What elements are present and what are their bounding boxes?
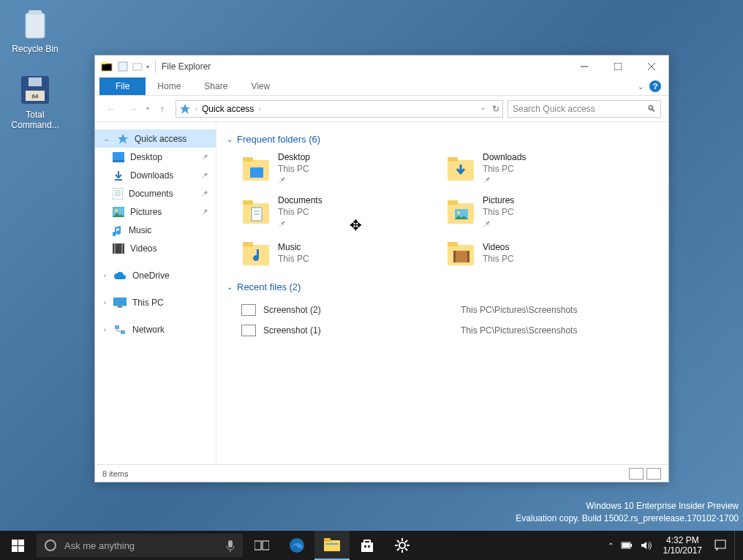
pin-icon: 📌︎ [483, 219, 514, 229]
taskbar-search[interactable]: Ask me anything [37, 534, 243, 557]
titlebar[interactable]: ▾ File Explorer [95, 56, 668, 77]
svg-rect-1 [29, 10, 42, 15]
folder-icon [446, 239, 475, 268]
svg-line-73 [397, 540, 399, 542]
history-dropdown-icon[interactable]: ▾ [146, 105, 149, 112]
chevron-right-icon[interactable]: › [195, 105, 197, 113]
nav-this-pc[interactable]: ›This PC [95, 293, 216, 311]
chevron-down-icon: ⌄ [227, 135, 233, 143]
folder-icon [101, 61, 113, 72]
navigation-pane[interactable]: ⌄ Quick access Desktop📌︎ Downloads📌︎ Doc… [95, 122, 216, 464]
folder-documents[interactable]: DocumentsThis PC📌︎ [241, 195, 431, 228]
breadcrumb-bar[interactable]: › Quick access › ⌄ ↻ [176, 100, 503, 118]
folder-pictures[interactable]: PicturesThis PC📌︎ [446, 195, 636, 228]
breadcrumb-item[interactable]: Quick access [202, 104, 254, 114]
qat-dropdown-icon[interactable]: ▾ [146, 64, 149, 70]
folder-music[interactable]: MusicThis PC [241, 239, 431, 268]
back-button[interactable]: ← [102, 100, 120, 118]
folder-desktop[interactable]: DesktopThis PC📌︎ [241, 152, 431, 185]
tab-file[interactable]: File [99, 77, 146, 95]
chevron-right-icon[interactable]: › [258, 105, 260, 113]
svg-rect-19 [113, 188, 123, 200]
edge-icon [289, 537, 305, 553]
start-button[interactable] [0, 531, 35, 560]
tab-view[interactable]: View [239, 77, 282, 95]
forward-button[interactable]: → [124, 100, 142, 118]
new-folder-icon[interactable] [132, 61, 143, 72]
desktop-icon-total-commander[interactable]: 64 Total Command... [7, 73, 63, 130]
tray-overflow-icon[interactable]: ⌃ [608, 542, 614, 550]
svg-rect-59 [254, 541, 261, 550]
video-icon [113, 243, 124, 254]
nav-quick-access[interactable]: ⌄ Quick access [95, 129, 216, 148]
microphone-icon[interactable] [225, 539, 235, 552]
tab-home[interactable]: Home [146, 77, 192, 95]
large-icons-view-button[interactable] [646, 468, 661, 480]
folder-videos[interactable]: VideosThis PC [446, 239, 636, 268]
group-frequent-folders[interactable]: ⌄ Frequent folders (6) [227, 134, 658, 145]
folder-downloads[interactable]: DownloadsThis PC📌︎ [446, 152, 636, 185]
taskbar-file-explorer[interactable] [314, 531, 350, 560]
quick-access-icon [179, 103, 191, 115]
taskbar-clock[interactable]: 4:32 PM 1/10/2017 [659, 535, 706, 556]
svg-rect-64 [325, 543, 339, 545]
maximize-button[interactable] [601, 56, 635, 77]
taskbar-edge[interactable] [279, 531, 314, 560]
status-bar: 8 items [95, 464, 668, 482]
task-view-button[interactable] [244, 531, 279, 560]
picture-icon [113, 207, 124, 217]
content-pane[interactable]: ⌄ Frequent folders (6) DesktopThis PC📌︎ … [216, 122, 668, 464]
recent-file-item[interactable]: Screenshot (2) This PC\Pictures\Screensh… [241, 300, 658, 320]
search-input[interactable]: Search Quick access 🔍︎ [508, 100, 661, 118]
svg-rect-38 [243, 200, 253, 205]
svg-rect-28 [113, 298, 127, 306]
desktop-icon-label: Recycle Bin [7, 44, 63, 54]
chevron-right-icon[interactable]: › [104, 299, 106, 306]
nav-item-desktop[interactable]: Desktop📌︎ [95, 148, 216, 166]
close-button[interactable] [635, 56, 668, 77]
nav-network[interactable]: ›Network [95, 320, 216, 338]
recent-file-item[interactable]: Screenshot (1) This PC\Pictures\Screensh… [241, 320, 658, 341]
dropdown-icon[interactable]: ⌄ [480, 104, 486, 114]
windows-logo-icon [12, 540, 24, 552]
svg-rect-8 [118, 62, 127, 71]
refresh-icon[interactable]: ↻ [492, 104, 499, 114]
svg-line-75 [397, 548, 399, 550]
chevron-right-icon[interactable]: › [104, 272, 106, 279]
cloud-icon [113, 271, 127, 280]
chevron-down-icon[interactable]: ⌄ [104, 135, 110, 143]
nav-onedrive[interactable]: ›OneDrive [95, 266, 216, 284]
search-icon[interactable]: 🔍︎ [647, 104, 656, 114]
nav-item-documents[interactable]: Documents📌︎ [95, 184, 216, 203]
nav-item-downloads[interactable]: Downloads📌︎ [95, 166, 216, 184]
folder-icon [446, 197, 475, 227]
battery-icon[interactable] [621, 540, 633, 550]
tab-share[interactable]: Share [192, 77, 239, 95]
nav-item-videos[interactable]: Videos [95, 239, 216, 257]
taskbar-store[interactable] [350, 531, 385, 560]
taskbar[interactable]: Ask me anything ⌃ 4:32 PM 1/10/2017 [0, 531, 743, 560]
svg-rect-51 [453, 251, 456, 262]
volume-icon[interactable] [640, 540, 652, 550]
svg-rect-50 [453, 251, 469, 262]
chevron-right-icon[interactable]: › [104, 326, 106, 333]
details-view-button[interactable] [629, 468, 644, 480]
svg-point-68 [399, 542, 405, 548]
nav-item-pictures[interactable]: Pictures📌︎ [95, 203, 216, 221]
show-desktop-button[interactable] [734, 531, 739, 560]
svg-rect-58 [228, 540, 233, 548]
action-center-icon[interactable] [714, 539, 727, 552]
group-recent-files[interactable]: ⌄ Recent files (2) [227, 281, 658, 292]
download-icon [113, 170, 124, 181]
pin-icon: 📌︎ [278, 175, 310, 185]
help-icon[interactable]: ? [649, 80, 661, 92]
properties-icon[interactable] [117, 61, 129, 72]
desktop[interactable]: Recycle Bin 64 Total Command... Windows … [0, 0, 743, 531]
desktop-icon-recycle-bin[interactable]: Recycle Bin [7, 7, 63, 54]
nav-item-music[interactable]: Music [95, 221, 216, 239]
expand-ribbon-icon[interactable]: ⌄ [638, 83, 644, 91]
up-button[interactable]: ↑ [154, 100, 171, 118]
taskbar-settings[interactable] [385, 531, 420, 560]
svg-rect-27 [121, 243, 123, 254]
minimize-button[interactable] [567, 56, 601, 77]
